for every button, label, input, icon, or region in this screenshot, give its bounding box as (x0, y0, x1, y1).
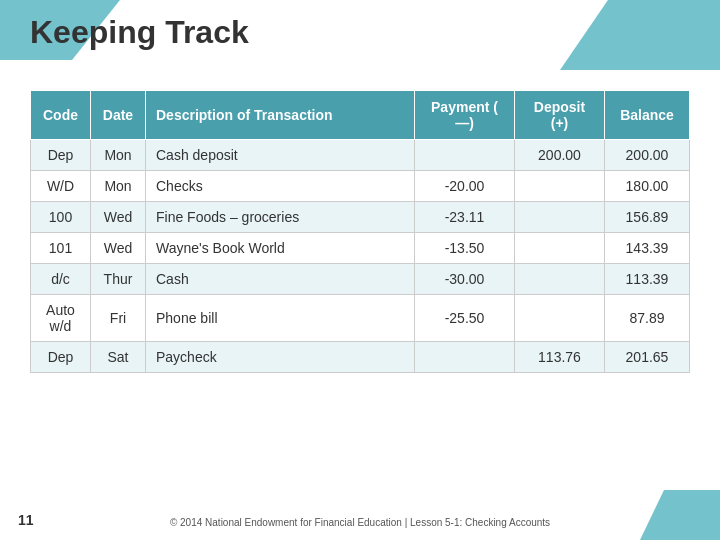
table-cell (415, 342, 515, 373)
table-cell: 200.00 (515, 140, 605, 171)
table-cell: Wayne's Book World (146, 233, 415, 264)
header-code: Code (31, 91, 91, 140)
corner-decoration-tr (560, 0, 720, 70)
table-cell: 87.89 (605, 295, 690, 342)
table-cell: Mon (91, 140, 146, 171)
table-header-row: Code Date Description of Transaction Pay… (31, 91, 690, 140)
header-description: Description of Transaction (146, 91, 415, 140)
table-row: W/DMonChecks-20.00180.00 (31, 171, 690, 202)
table-cell: 201.65 (605, 342, 690, 373)
corner-decoration-br (640, 490, 720, 540)
ledger-table-container: Code Date Description of Transaction Pay… (30, 90, 690, 373)
table-cell: 180.00 (605, 171, 690, 202)
page-number: 11 (18, 512, 34, 528)
table-cell: -30.00 (415, 264, 515, 295)
table-cell: -13.50 (415, 233, 515, 264)
table-cell: Cash deposit (146, 140, 415, 171)
header-deposit: Deposit (+) (515, 91, 605, 140)
table-cell: -25.50 (415, 295, 515, 342)
table-row: 100WedFine Foods – groceries-23.11156.89 (31, 202, 690, 233)
table-row: DepSatPaycheck113.76201.65 (31, 342, 690, 373)
table-cell: 113.76 (515, 342, 605, 373)
table-body: DepMonCash deposit200.00200.00W/DMonChec… (31, 140, 690, 373)
table-row: d/cThurCash-30.00113.39 (31, 264, 690, 295)
table-cell (515, 264, 605, 295)
table-cell: Checks (146, 171, 415, 202)
table-cell (415, 140, 515, 171)
table-row: 101WedWayne's Book World-13.50143.39 (31, 233, 690, 264)
footer-text: © 2014 National Endowment for Financial … (60, 517, 660, 528)
table-cell: 156.89 (605, 202, 690, 233)
table-cell: Thur (91, 264, 146, 295)
table-cell: 101 (31, 233, 91, 264)
table-cell: Paycheck (146, 342, 415, 373)
table-cell: Fri (91, 295, 146, 342)
table-cell: Dep (31, 140, 91, 171)
header-balance: Balance (605, 91, 690, 140)
page-title: Keeping Track (30, 14, 249, 51)
table-row: DepMonCash deposit200.00200.00 (31, 140, 690, 171)
table-cell: 200.00 (605, 140, 690, 171)
table-cell: 113.39 (605, 264, 690, 295)
table-cell (515, 295, 605, 342)
ledger-table: Code Date Description of Transaction Pay… (30, 90, 690, 373)
table-cell: Fine Foods – groceries (146, 202, 415, 233)
table-cell: Mon (91, 171, 146, 202)
table-cell: W/D (31, 171, 91, 202)
table-cell: Dep (31, 342, 91, 373)
table-cell: -23.11 (415, 202, 515, 233)
table-cell: 143.39 (605, 233, 690, 264)
table-cell: Auto w/d (31, 295, 91, 342)
table-cell: d/c (31, 264, 91, 295)
table-cell: Wed (91, 202, 146, 233)
table-cell (515, 233, 605, 264)
header-payment: Payment ( —) (415, 91, 515, 140)
table-cell: -20.00 (415, 171, 515, 202)
table-cell: Phone bill (146, 295, 415, 342)
table-row: Auto w/dFriPhone bill-25.5087.89 (31, 295, 690, 342)
table-cell: Wed (91, 233, 146, 264)
table-cell: Sat (91, 342, 146, 373)
table-cell: 100 (31, 202, 91, 233)
header-date: Date (91, 91, 146, 140)
table-cell (515, 171, 605, 202)
table-cell (515, 202, 605, 233)
table-cell: Cash (146, 264, 415, 295)
